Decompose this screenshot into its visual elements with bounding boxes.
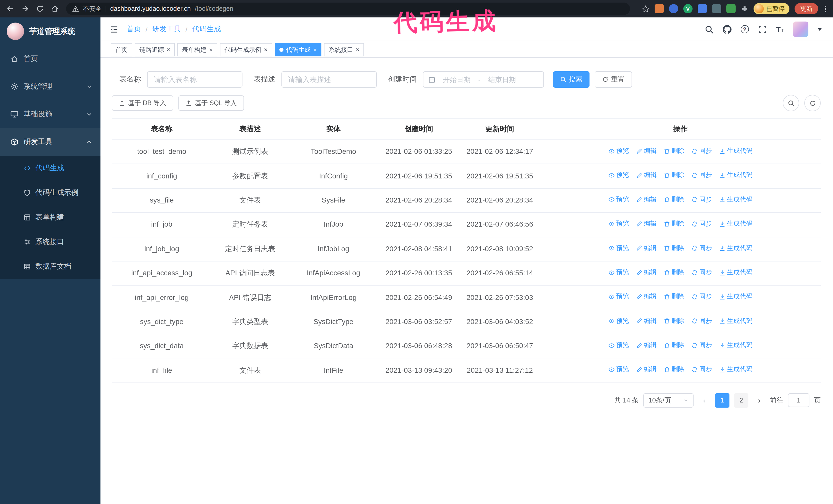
sidebar-item-codegen-example[interactable]: 代码生成示例: [0, 181, 100, 205]
search-button[interactable]: 搜索: [553, 71, 590, 88]
action-eye-link[interactable]: 预览: [609, 292, 629, 302]
tab-form-builder[interactable]: 表单构建×: [177, 43, 217, 56]
import-sql-button[interactable]: 基于 SQL 导入: [178, 95, 244, 111]
action-trash-link[interactable]: 删除: [664, 316, 684, 326]
goto-page-input[interactable]: [788, 393, 809, 407]
bookmark-star-icon[interactable]: [642, 5, 649, 13]
action-eye-link[interactable]: 预览: [609, 219, 629, 229]
action-eye-link[interactable]: 预览: [609, 340, 629, 351]
tab-tracing[interactable]: 链路追踪×: [135, 43, 175, 56]
action-trash-link[interactable]: 删除: [664, 268, 684, 278]
toggle-search-button[interactable]: [783, 95, 799, 111]
action-eye-link[interactable]: 预览: [609, 316, 629, 326]
import-db-button[interactable]: 基于 DB 导入: [112, 95, 173, 111]
forward-icon[interactable]: [21, 5, 29, 13]
action-pencil-link[interactable]: 编辑: [636, 146, 657, 156]
extension-icon[interactable]: [654, 4, 664, 13]
address-bar[interactable]: 不安全 dashboard.yudao.iocoder.cn/tool/code…: [66, 3, 630, 15]
tab-close-icon[interactable]: ×: [209, 47, 213, 53]
sidebar-item-system[interactable]: 系统管理: [0, 73, 100, 100]
prev-page-button[interactable]: ‹: [698, 393, 711, 408]
action-pencil-link[interactable]: 编辑: [636, 340, 657, 351]
action-download-link[interactable]: 生成代码: [719, 292, 753, 302]
help-icon[interactable]: ?: [740, 25, 749, 33]
reset-button[interactable]: 重置: [595, 71, 632, 88]
action-download-link[interactable]: 生成代码: [719, 146, 753, 156]
action-trash-link[interactable]: 删除: [664, 146, 684, 156]
action-pencil-link[interactable]: 编辑: [636, 243, 657, 253]
back-icon[interactable]: [6, 5, 14, 13]
table-name-input[interactable]: [147, 71, 242, 88]
action-pencil-link[interactable]: 编辑: [636, 365, 657, 375]
action-download-link[interactable]: 生成代码: [719, 195, 753, 205]
tab-code-generation[interactable]: 代码生成×: [275, 43, 322, 56]
tab-close-icon[interactable]: ×: [167, 47, 170, 53]
action-pencil-link[interactable]: 编辑: [636, 195, 657, 205]
extensions-puzzle-icon[interactable]: [741, 5, 748, 13]
tab-system-api[interactable]: 系统接口×: [324, 43, 364, 56]
action-download-link[interactable]: 生成代码: [719, 219, 753, 229]
user-menu-caret-icon[interactable]: [818, 28, 822, 30]
action-download-link[interactable]: 生成代码: [719, 268, 753, 278]
next-page-button[interactable]: ›: [753, 393, 765, 408]
browser-home-icon[interactable]: [51, 5, 59, 13]
action-eye-link[interactable]: 预览: [609, 170, 629, 181]
tab-codegen-example[interactable]: 代码生成示例×: [220, 43, 272, 56]
header-search-icon[interactable]: [705, 25, 713, 33]
github-icon[interactable]: [722, 25, 731, 33]
action-sync-link[interactable]: 同步: [691, 219, 712, 229]
tab-home[interactable]: 首页: [111, 43, 132, 56]
action-eye-link[interactable]: 预览: [609, 268, 629, 278]
action-sync-link[interactable]: 同步: [691, 146, 712, 156]
action-sync-link[interactable]: 同步: [691, 195, 712, 205]
extension-icon[interactable]: [727, 4, 736, 13]
action-pencil-link[interactable]: 编辑: [636, 316, 657, 326]
action-sync-link[interactable]: 同步: [691, 243, 712, 253]
action-download-link[interactable]: 生成代码: [719, 316, 753, 326]
action-trash-link[interactable]: 删除: [664, 243, 684, 253]
sidebar-item-database-doc[interactable]: 数据库文档: [0, 254, 100, 279]
action-eye-link[interactable]: 预览: [609, 243, 629, 253]
sidebar-item-devtools[interactable]: 研发工具: [0, 128, 100, 156]
action-sync-link[interactable]: 同步: [691, 365, 712, 375]
action-trash-link[interactable]: 删除: [664, 365, 684, 375]
action-trash-link[interactable]: 删除: [664, 170, 684, 181]
action-trash-link[interactable]: 删除: [664, 219, 684, 229]
breadcrumb-home[interactable]: 首页: [127, 25, 141, 34]
sidebar-item-code-generation[interactable]: 代码生成: [0, 156, 100, 181]
page-button-2[interactable]: 2: [734, 393, 748, 408]
create-time-range-picker[interactable]: -: [423, 71, 544, 88]
end-date-input[interactable]: [483, 76, 521, 83]
action-pencil-link[interactable]: 编辑: [636, 268, 657, 278]
collapse-sidebar-icon[interactable]: [110, 25, 118, 33]
action-pencil-link[interactable]: 编辑: [636, 170, 657, 181]
extension-icon[interactable]: [698, 4, 707, 13]
reload-icon[interactable]: [36, 5, 44, 13]
action-trash-link[interactable]: 删除: [664, 292, 684, 302]
start-date-input[interactable]: [438, 76, 476, 83]
action-sync-link[interactable]: 同步: [691, 268, 712, 278]
action-download-link[interactable]: 生成代码: [719, 243, 753, 253]
refresh-table-button[interactable]: [804, 95, 821, 111]
font-size-icon[interactable]: TT: [776, 25, 784, 33]
tab-close-icon[interactable]: ×: [356, 47, 359, 53]
table-desc-input[interactable]: [281, 71, 377, 88]
sidebar-item-home[interactable]: 首页: [0, 45, 100, 73]
action-sync-link[interactable]: 同步: [691, 340, 712, 351]
action-download-link[interactable]: 生成代码: [719, 365, 753, 375]
extension-icon[interactable]: [669, 4, 678, 13]
page-button-1[interactable]: 1: [715, 393, 730, 408]
tab-close-icon[interactable]: ×: [264, 47, 268, 53]
sidebar-item-infrastructure[interactable]: 基础设施: [0, 100, 100, 128]
sidebar-item-system-api[interactable]: 系统接口: [0, 230, 100, 254]
browser-update-button[interactable]: 更新: [794, 3, 818, 14]
action-pencil-link[interactable]: 编辑: [636, 219, 657, 229]
action-pencil-link[interactable]: 编辑: [636, 292, 657, 302]
action-sync-link[interactable]: 同步: [691, 292, 712, 302]
breadcrumb-devtools[interactable]: 研发工具: [152, 25, 181, 34]
extension-icon[interactable]: V: [683, 4, 693, 13]
page-size-select[interactable]: 10条/页: [643, 393, 694, 408]
action-eye-link[interactable]: 预览: [609, 365, 629, 375]
fullscreen-icon[interactable]: [758, 25, 767, 33]
tab-close-icon[interactable]: ×: [313, 47, 317, 53]
